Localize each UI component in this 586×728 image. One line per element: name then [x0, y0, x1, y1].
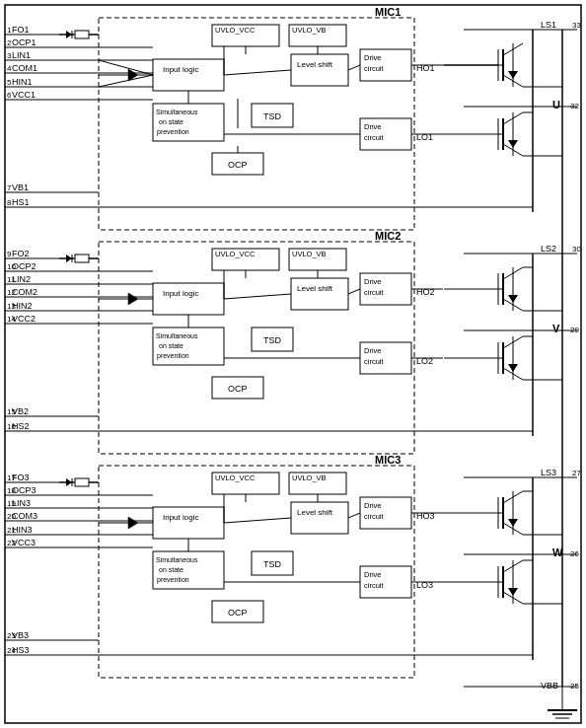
level-shift-3: Level shift: [297, 508, 333, 517]
ocp-1: OCP: [228, 160, 248, 170]
drive-h1: Drive: [364, 53, 382, 62]
simul-1c: prevention: [157, 128, 189, 136]
ls3-label: LS3: [541, 468, 556, 477]
svg-rect-67: [153, 283, 224, 315]
simul-2c: prevention: [157, 352, 189, 360]
pin24: 24: [7, 646, 16, 655]
lin1-label: LIN1: [12, 50, 31, 60]
pin11: 11: [7, 275, 16, 284]
mic2-label: MIC2: [375, 230, 401, 242]
fo2-label: FO2: [12, 249, 30, 258]
drive-l2b: circuit: [364, 357, 385, 366]
uvlo-vb-1: UVLO_VB: [292, 26, 327, 35]
simul-3c: prevention: [157, 576, 189, 584]
drive-l3b: circuit: [364, 581, 385, 590]
pin5: 5: [7, 78, 12, 87]
level-shift-1: Level shift: [297, 60, 333, 69]
pin20: 20: [7, 512, 16, 521]
uvlo-vcc-1: UVLO_VCC: [215, 26, 256, 35]
pin21: 21: [7, 526, 16, 535]
svg-rect-76: [75, 255, 89, 262]
v-label: V: [552, 323, 560, 334]
svg-rect-15: [75, 31, 89, 38]
pin9: 9: [7, 250, 12, 258]
circuit-diagram: MIC1 UVLO_VCC UVLO_VB Level shift Drive …: [0, 0, 586, 728]
hs1-label: HS1: [12, 197, 30, 207]
simul-3: Simultaneous: [156, 556, 198, 563]
pin19: 19: [7, 499, 16, 508]
pin4: 4: [7, 64, 12, 73]
pin30: 30: [572, 245, 581, 254]
pin7: 7: [7, 183, 12, 192]
drive-h3: Drive: [364, 501, 382, 510]
uvlo-vcc-3: UVLO_VCC: [215, 473, 256, 482]
pin10: 10: [7, 262, 16, 271]
ocp1-label: OCP1: [12, 37, 37, 47]
pin2: 2: [7, 38, 12, 47]
svg-rect-4: [291, 54, 348, 86]
ocp-2: OCP: [228, 384, 248, 394]
fo1-label: FO1: [12, 25, 30, 35]
pin6: 6: [7, 91, 12, 100]
pin17: 17: [7, 473, 16, 482]
drive-h1b: circuit: [364, 64, 385, 73]
svg-rect-122: [291, 502, 348, 534]
drive-h3b: circuit: [364, 512, 385, 521]
ocp-3: OCP: [228, 608, 248, 618]
pin3: 3: [7, 51, 12, 60]
input-logic-3: Input logic: [163, 513, 198, 522]
pin14: 14: [7, 315, 16, 324]
drive-l2: Drive: [364, 346, 382, 355]
svg-rect-124: [153, 507, 224, 539]
simul-3b: on state: [159, 566, 183, 573]
svg-rect-133: [75, 478, 89, 486]
pin13: 13: [7, 302, 16, 311]
vb1-label: VB1: [12, 182, 29, 192]
level-shift-2: Level shift: [297, 284, 333, 293]
drive-h2: Drive: [364, 277, 382, 286]
simul-1: Simultaneous: [156, 109, 198, 115]
pin33: 33: [572, 21, 581, 30]
pin12: 12: [7, 288, 16, 297]
mic1-label: MIC1: [375, 6, 401, 18]
tsd-2: TSD: [263, 335, 282, 345]
svg-rect-6: [153, 59, 224, 91]
drive-l1: Drive: [364, 122, 382, 131]
uvlo-vcc-2: UVLO_VCC: [215, 250, 256, 258]
drive-l3: Drive: [364, 570, 382, 579]
tsd-1: TSD: [263, 111, 282, 121]
hin1-label: HIN1: [12, 77, 33, 87]
pin15: 15: [7, 407, 16, 416]
input-logic-2: Input logic: [163, 289, 198, 298]
uvlo-vb-2: UVLO_VB: [292, 250, 327, 258]
simul-2: Simultaneous: [156, 332, 198, 339]
pin18: 18: [7, 486, 16, 495]
com1-label: COM1: [12, 63, 37, 73]
ls2-label: LS2: [541, 244, 556, 254]
simul-1b: on state: [159, 118, 183, 125]
pin22: 22: [7, 539, 16, 547]
pin8: 8: [7, 198, 12, 207]
vbb-label: VBB: [541, 681, 558, 691]
ls1-label: LS1: [541, 20, 556, 30]
vcc1-label: VCC1: [12, 90, 36, 100]
pin1: 1: [7, 26, 12, 35]
svg-rect-65: [291, 278, 348, 310]
pin16: 16: [7, 422, 16, 431]
mic3-label: MIC3: [375, 454, 401, 466]
pin23: 23: [7, 631, 16, 640]
input-logic-1: Input logic: [163, 65, 198, 74]
simul-2b: on state: [159, 342, 183, 349]
drive-l1b: circuit: [364, 133, 385, 142]
pin27: 27: [572, 469, 581, 477]
u-label: U: [552, 99, 560, 110]
drive-h2b: circuit: [364, 288, 385, 297]
tsd-3: TSD: [263, 559, 282, 569]
uvlo-vb-3: UVLO_VB: [292, 473, 327, 482]
